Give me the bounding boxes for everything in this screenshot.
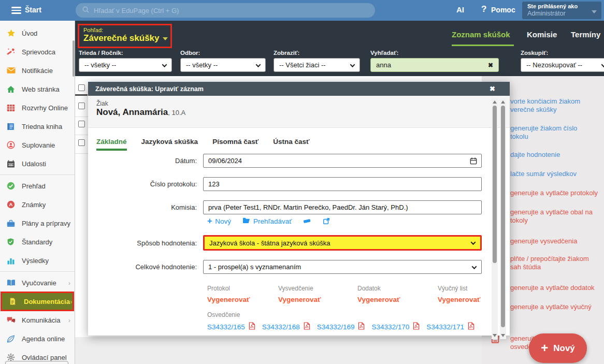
sidebar-item-label: Ovládací panel — [22, 354, 67, 361]
filter-select[interactable]: -- Nezoskupovať -- — [521, 58, 604, 72]
certificate-link[interactable]: S34332/170 — [371, 323, 409, 331]
scroll-down-icon[interactable] — [493, 334, 497, 337]
scrollbar-thumb[interactable] — [493, 106, 497, 263]
view-selector[interactable]: Pohľad: Záverečné skúšky — [78, 24, 172, 48]
sidebar-item-udalosti[interactable]: Udalosti — [0, 154, 75, 173]
certificate-link[interactable]: S34332/169 — [317, 323, 355, 331]
commission-input[interactable]: prva (Peter Test1, RNDr. Martin Perečko,… — [203, 200, 482, 214]
sidebar-partial-button[interactable] — [5, 361, 68, 364]
outer-scrollbar[interactable] — [492, 98, 498, 339]
sidebar-scrollbar[interactable] — [73, 40, 75, 77]
date-input[interactable]: 09/06/2024 — [203, 154, 482, 168]
generate-link[interactable]: Vygenerovať — [357, 296, 438, 303]
action-link-label: vorte končiacim žiakomverečné skúšky — [510, 97, 602, 114]
hamburger-menu-icon[interactable] — [11, 7, 21, 14]
sidebar-item-preh-ad[interactable]: Prehľad — [0, 177, 75, 195]
certificate-link[interactable]: S34332/168 — [262, 323, 300, 331]
sidebar-item-sprievodca[interactable]: Sprievodca — [0, 42, 75, 61]
sidebar-item-label: Agenda online — [22, 335, 65, 343]
svg-text:A: A — [9, 201, 13, 207]
chevron-down-icon — [592, 10, 597, 13]
view-tab-terminy[interactable]: Termíny — [571, 30, 600, 39]
home-icon — [7, 85, 16, 93]
overall-grade-select[interactable]: 1 - prospel(a) s vyznamenaním — [203, 260, 482, 274]
pdf-icon[interactable] — [358, 322, 365, 332]
commission-browse-button[interactable]: Prehľadávať — [242, 217, 292, 225]
sidebar-item-komunik-cia[interactable]: Komunikácia› — [0, 311, 75, 329]
scroll-up-icon[interactable] — [493, 100, 497, 104]
ai-button[interactable]: AI — [456, 5, 464, 14]
scrollbar-thumb[interactable] — [501, 106, 505, 327]
sidebar-item-notifik-cie[interactable]: Notifikácie — [0, 61, 75, 80]
sidebar-item-label: Triedna kniha — [22, 123, 62, 130]
chevron-down-icon — [163, 37, 168, 40]
sidebar-item-label: Úvod — [22, 30, 37, 37]
sidebar-divider — [0, 271, 75, 272]
modal-tab-jazykov-sk-ka[interactable]: Jazyková skúška — [141, 138, 198, 151]
sidebar-item-triedna-kniha[interactable]: Triedna kniha — [0, 117, 75, 136]
mail-icon — [7, 66, 16, 75]
view-tab-komisie[interactable]: Komisie — [527, 30, 557, 39]
protocol-number-input[interactable]: 123 — [203, 177, 482, 191]
sidebar-item-rozvrhy-online[interactable]: Rozvrhy Online — [0, 98, 75, 117]
sidebar-item--tandardy[interactable]: Štandardy — [0, 232, 75, 251]
logged-in-user-menu[interactable]: Ste prihlásený ako Administrátor — [522, 2, 601, 19]
filter-zoskupi-: Zoskupiť:-- Nezoskupovať -- — [521, 50, 604, 72]
certificate-link[interactable]: S34332/171 — [426, 323, 464, 331]
action-link-label: plňte / prepočítajte žiakomsah štúdia — [510, 255, 602, 271]
search-icon — [82, 6, 90, 16]
grading-method-select[interactable]: Jazyková škola - štátna jazyková skúška — [203, 235, 482, 251]
pdf-icon[interactable] — [304, 322, 310, 332]
modal-tab-z-kladn-[interactable]: Základné — [96, 138, 127, 151]
row-checkbox[interactable] — [78, 121, 85, 127]
help-question-icon[interactable]: ? — [481, 4, 486, 14]
start-button[interactable]: Štart — [25, 6, 41, 14]
help-button[interactable]: Pomoc — [491, 6, 515, 14]
grading-method-label: Spôsob hodnotenia: — [88, 239, 203, 247]
pdf-icon[interactable] — [468, 322, 474, 332]
scroll-up-icon[interactable] — [501, 100, 505, 104]
modal-tab--stna-as-[interactable]: Ústna časť — [273, 138, 309, 151]
filter-label: Trieda / Ročník: — [79, 50, 172, 56]
student-class: , 10.A — [168, 109, 185, 117]
sidebar-item-vyu-ovanie[interactable]: Vyučovanie› — [0, 273, 75, 292]
row-checkbox[interactable] — [78, 103, 85, 109]
sidebar-item-dokument-cia[interactable]: Dokumentácia› — [1, 292, 74, 311]
new-record-button[interactable]: + Nový — [529, 333, 587, 363]
chevron-down-icon — [350, 62, 355, 67]
modal-tab-p-somn-as-[interactable]: Písomná časť — [212, 138, 258, 151]
wand-icon — [7, 48, 16, 56]
filter-odbor-: Odbor:-- všetky -- — [180, 50, 266, 72]
search-filter-input[interactable]: anna✖ — [370, 58, 499, 72]
row-checkbox[interactable] — [78, 139, 85, 146]
generate-link[interactable]: Vygenerovať — [278, 296, 357, 303]
document-type-label: Protokol — [207, 285, 278, 292]
certificate-link[interactable]: S34332/165 — [207, 323, 245, 331]
sidebar-item-v-sledky[interactable]: Výsledky — [0, 251, 75, 270]
calendar-input-icon[interactable] — [470, 157, 477, 166]
view-tab-zoznam-skusok[interactable]: Zoznam skúšok — [452, 30, 510, 39]
scroll-down-icon[interactable] — [501, 334, 505, 337]
commission-new-button[interactable]: +Nový — [207, 216, 231, 226]
sidebar-item--vod[interactable]: Úvod — [0, 24, 75, 42]
chevron-right-icon: › — [68, 316, 70, 324]
clear-search-icon[interactable]: ✖ — [488, 62, 493, 69]
eraser-icon[interactable] — [303, 218, 311, 224]
sidebar-item-zn-mky[interactable]: AZnámky — [0, 195, 75, 214]
generate-link[interactable]: Vygenerovať — [207, 296, 278, 303]
sidebar-item-suplovanie[interactable]: Suplovanie — [0, 136, 75, 154]
sidebar-item-agenda-online[interactable]: Agenda online — [0, 329, 75, 348]
sidebar-item-pl-ny-a-pr-pravy[interactable]: Plány a prípravy — [0, 214, 75, 232]
sidebar-item-web-str-nka[interactable]: Web stránka — [0, 80, 75, 98]
global-search-input[interactable]: Hľadať v EduPage (Ctrl + G) — [76, 3, 375, 18]
external-link-icon[interactable] — [323, 217, 330, 225]
select-all-checkbox[interactable] — [78, 84, 85, 91]
filter-select[interactable]: -- všetky -- — [79, 58, 172, 72]
close-icon[interactable]: ✖ — [490, 85, 495, 93]
shield-icon — [7, 238, 16, 246]
filter-select[interactable]: -- Všetci žiaci -- — [274, 58, 360, 72]
pdf-icon[interactable] — [249, 322, 255, 332]
modal-scrollbar[interactable] — [500, 98, 506, 339]
filter-select[interactable]: -- všetky -- — [180, 58, 266, 72]
pdf-icon[interactable] — [413, 322, 420, 332]
